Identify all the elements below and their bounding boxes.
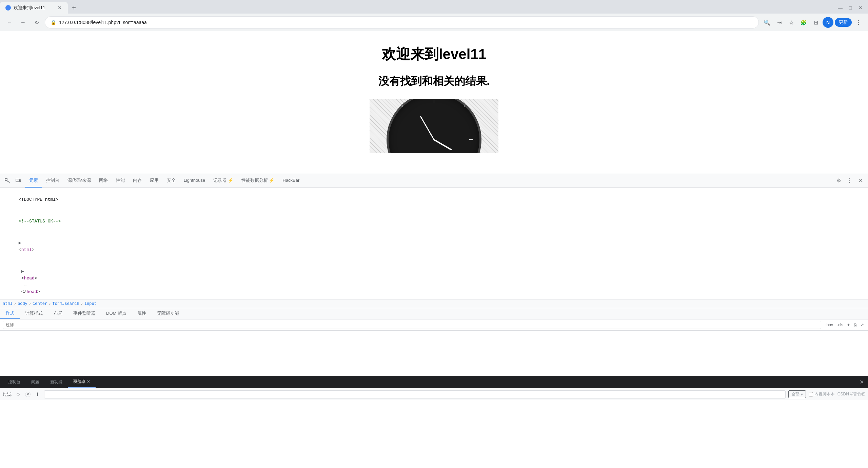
- devtools-tab-sources[interactable]: 源代码/来源: [63, 174, 95, 188]
- styles-tab-computed[interactable]: 计算样式: [20, 308, 48, 319]
- clock-number-7: 7: [463, 103, 466, 108]
- filter-reload-button[interactable]: ⟳: [14, 390, 22, 398]
- dom-head: ▶ <head> … </head>: [0, 261, 868, 299]
- content-script-checkbox-label[interactable]: 内容脚本本: [809, 391, 835, 397]
- inspect-element-button[interactable]: [3, 176, 12, 186]
- devtools-tab-memory[interactable]: 内存: [129, 174, 146, 188]
- filter-address-input[interactable]: [44, 390, 786, 398]
- breadcrumb-html[interactable]: html: [3, 301, 13, 306]
- profile-avatar[interactable]: N: [823, 17, 833, 28]
- filter-label: 过滤: [3, 391, 12, 397]
- breadcrumb-bar: html › body › center › form#search › inp…: [0, 299, 868, 308]
- devtools-tab-security[interactable]: 安全: [163, 174, 180, 188]
- update-button[interactable]: 更新: [835, 18, 852, 27]
- browser-chrome: 欢迎来到level11 ✕ + — □ ✕ ← → ↻ 🔒 127.0.0.1:…: [0, 0, 868, 31]
- device-toolbar-button[interactable]: [14, 176, 23, 186]
- styles-toolbar: :hov .cls + ⎘ ⤢: [0, 319, 868, 331]
- address-bar[interactable]: 🔒 127.0.0.1:8088/level11.php?t_sort=aaaa…: [45, 16, 759, 28]
- bottom-tab-coverage[interactable]: 覆盖率 ✕: [68, 376, 96, 388]
- forward-button[interactable]: →: [18, 17, 28, 28]
- styles-tab-styles[interactable]: 样式: [0, 308, 20, 319]
- tab-favicon: [5, 5, 11, 11]
- expand-style-button[interactable]: ⤢: [859, 322, 865, 328]
- styles-tab-accessibility[interactable]: 无障碍功能: [152, 308, 184, 319]
- page-subtitle: 没有找到和相关的结果.: [378, 74, 490, 89]
- bookmark-button[interactable]: ☆: [786, 17, 797, 28]
- breadcrumb-input[interactable]: input: [84, 301, 97, 306]
- breadcrumb-form[interactable]: form#search: [52, 301, 79, 306]
- devtools-close-button[interactable]: ✕: [856, 176, 865, 186]
- devtools-more-button[interactable]: ⋮: [845, 176, 854, 186]
- devtools-tab-application[interactable]: 应用: [146, 174, 163, 188]
- clock-hour-hand: [434, 139, 452, 150]
- styles-tab-dom-breakpoints[interactable]: DOM 断点: [101, 308, 132, 319]
- devtools-tab-elements[interactable]: 元素: [25, 174, 42, 188]
- copy-style-button[interactable]: ⎘: [852, 321, 858, 328]
- devtools-tab-performance[interactable]: 性能: [112, 174, 129, 188]
- minimize-button[interactable]: —: [835, 3, 845, 13]
- devtools-settings-button[interactable]: ⚙: [834, 176, 844, 186]
- devtools-tab-hackbar[interactable]: HackBar: [279, 174, 304, 188]
- more-options-button[interactable]: ⋮: [853, 17, 864, 28]
- bottom-panel-close[interactable]: ✕: [858, 377, 865, 387]
- csdn-watermark: CSDN ©苦竹⑥: [837, 391, 865, 397]
- breadcrumb-center[interactable]: center: [33, 301, 47, 306]
- browser-tab-active[interactable]: 欢迎来到level11 ✕: [0, 2, 68, 14]
- coverage-tab-close[interactable]: ✕: [87, 379, 90, 384]
- devtools-tab-console[interactable]: 控制台: [42, 174, 63, 188]
- bottom-tab-console[interactable]: 控制台: [3, 376, 26, 388]
- hov-button[interactable]: :hov: [824, 322, 834, 328]
- restore-button[interactable]: □: [846, 3, 855, 13]
- devtools-tab-perf-insights[interactable]: 性能数据分析 ⚡: [237, 174, 279, 188]
- styles-filter-input[interactable]: [3, 321, 821, 329]
- new-tab-button[interactable]: +: [69, 3, 79, 13]
- lock-icon: 🔒: [51, 20, 56, 25]
- dom-html: ▶ <html>: [0, 232, 868, 261]
- clock-number-5: 5: [400, 103, 403, 108]
- clock-tick-12: [434, 100, 434, 103]
- back-button[interactable]: ←: [4, 17, 15, 28]
- breadcrumb-body[interactable]: body: [18, 301, 27, 306]
- tab-close-button[interactable]: ✕: [57, 4, 62, 11]
- close-window-button[interactable]: ✕: [856, 3, 865, 13]
- devtools-tabs: 元素控制台源代码/来源网络性能内存应用安全Lighthouse记录器 ⚡性能数据…: [25, 174, 833, 188]
- page-title: 欢迎来到level11: [382, 45, 486, 64]
- window-controls: — □ ✕: [835, 3, 868, 13]
- filter-stop-button[interactable]: ✕: [25, 392, 31, 397]
- devtools-tab-recorder[interactable]: 记录器 ⚡: [209, 174, 237, 188]
- devtools-tab-lighthouse[interactable]: Lighthouse: [180, 174, 210, 188]
- refresh-button[interactable]: ↻: [31, 17, 42, 28]
- url-text: 127.0.0.1:8088/level11.php?t_sort=aaaaa: [59, 20, 753, 25]
- styles-tab-properties[interactable]: 属性: [132, 308, 152, 319]
- extensions-button[interactable]: 🧩: [798, 17, 809, 28]
- bottom-tab-issues[interactable]: 问题: [26, 376, 45, 388]
- search-button[interactable]: 🔍: [762, 17, 772, 28]
- filter-export-button[interactable]: ⬇: [33, 390, 41, 398]
- cls-button[interactable]: .cls: [836, 322, 845, 328]
- content-script-checkbox[interactable]: [809, 392, 813, 396]
- tab-title: 欢迎来到level11: [14, 5, 54, 11]
- styles-tab-event-listeners[interactable]: 事件监听器: [68, 308, 101, 319]
- bottom-tab-new-features[interactable]: 新功能: [45, 376, 68, 388]
- clock-minute-hand: [420, 116, 435, 140]
- browser-tabs: 欢迎来到level11 ✕ + — □ ✕: [0, 0, 868, 14]
- styles-tabs: 样式 计算样式 布局 事件监听器 DOM 断点 属性 无障碍功能: [0, 308, 868, 319]
- dom-doctype: <!DOCTYPE html>: [0, 189, 868, 211]
- clock-face: 5 7 4 8: [387, 99, 481, 153]
- svg-rect-0: [5, 178, 7, 180]
- devtools-left-icons: [3, 176, 23, 186]
- profile-menu-button[interactable]: ⊞: [810, 17, 821, 28]
- svg-rect-1: [16, 179, 19, 182]
- clock-image: 5 7 4 8: [370, 99, 498, 153]
- devtools-toolbar: 元素控制台源代码/来源网络性能内存应用安全Lighthouse记录器 ⚡性能数据…: [0, 174, 868, 188]
- add-style-button[interactable]: +: [846, 322, 851, 328]
- filter-bar: 过滤 ⟳ ✕ ⬇ 全部 ▾ 内容脚本本 CSDN ©苦竹⑥: [0, 388, 868, 400]
- devtools-tab-network[interactable]: 网络: [95, 174, 112, 188]
- styles-tab-layout[interactable]: 布局: [48, 308, 68, 319]
- styles-actions: :hov .cls + ⎘ ⤢: [824, 321, 865, 328]
- devtools-right-icons: ⚙ ⋮ ✕: [834, 176, 865, 186]
- browser-toolbar: ← → ↻ 🔒 127.0.0.1:8088/level11.php?t_sor…: [0, 14, 868, 31]
- forward-tab-button[interactable]: ⇥: [774, 17, 785, 28]
- filter-all-button[interactable]: 全部 ▾: [788, 390, 806, 398]
- page-content: 欢迎来到level11 没有找到和相关的结果. 5 7 4 8: [0, 31, 868, 174]
